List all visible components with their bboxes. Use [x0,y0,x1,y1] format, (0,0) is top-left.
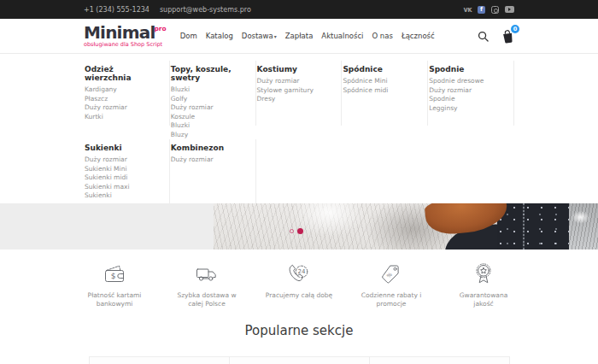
menu-column-spodnice: Spódnice Spódnice Mini Spódnice midi [342,61,428,126]
wallet-icon: $ [102,261,127,287]
carousel-dot-active[interactable] [297,228,303,234]
carousel-dot-inactive[interactable] [290,229,294,233]
menu-column-title[interactable]: Odzież wierzchnia [85,65,162,82]
svg-text:%: % [385,271,393,279]
menu-item[interactable]: Spódnice midi [343,86,420,96]
youtube-icon[interactable] [505,6,514,13]
menu-item[interactable]: Kardigany [85,85,162,95]
menu-item[interactable]: Duży rozmiar [257,77,335,86]
menu-item[interactable]: Duży rozmiar [85,156,162,165]
feature-delivery: Szybka dostawa w całej Polsce [161,261,253,308]
menu-item[interactable]: Dresy [257,95,335,104]
menu-column-title[interactable]: Kostiumy [257,65,335,73]
topbar-email[interactable]: support@web-systems.pro [160,6,251,14]
menu-column-empty [256,139,343,204]
banner-snow-edge [569,203,598,250]
cart-count-badge: 0 [511,25,519,33]
popular-sections-grid [89,356,509,364]
menu-item[interactable]: Legginsy [429,104,507,114]
feature-discounts: % Codzienne rabaty i promocje [345,261,437,308]
popular-section-card[interactable] [89,356,230,364]
nav-item-dostawa[interactable]: Dostawa▾ [242,32,277,40]
menu-item[interactable]: Duży rozmiar [171,156,249,165]
menu-item[interactable]: Duży rozmiar [171,103,249,113]
menu-item[interactable]: Płaszcz [85,95,162,104]
feature-payment: $ Płatność kartami bankowymi [68,261,161,308]
vk-icon[interactable] [463,6,472,14]
nav-item-aktualnosci[interactable]: Aktualności [321,32,363,40]
menu-column-spodnie: Spodnie Spodnie dresowe Duży rozmiar Spo… [428,61,514,126]
main-nav: Dom Katalog Dostawa▾ Zapłata Aktualności… [180,32,435,40]
chevron-down-icon: ▾ [274,33,277,39]
menu-column-empty [428,139,514,204]
menu-item[interactable]: Golfy [171,95,249,104]
social-links [463,6,514,14]
nav-item-zaplata[interactable]: Zapłata [285,32,314,40]
menu-column-topy-koszule-swetry: Topy, koszule, swetry Bluzki Golfy Duży … [170,61,256,126]
menu-item[interactable]: Sukienki Mini [85,165,162,174]
menu-item[interactable]: Duży rozmiar [85,103,162,113]
feature-label: Codzienne rabaty i promocje [357,291,425,308]
facebook-icon[interactable] [478,6,485,14]
menu-column-empty [342,139,428,204]
medal-icon [471,261,496,287]
popular-section-card[interactable] [229,356,370,364]
menu-item[interactable]: Spodnie dresowe [429,77,507,86]
svg-text:$: $ [111,272,116,280]
feature-24h: 24 Pracujemy całą dobę [253,261,345,308]
nav-item-dom[interactable]: Dom [180,32,197,40]
nav-item-o-nas[interactable]: O nas [372,32,392,40]
topbar: +1 (234) 555-1234 support@web-systems.pr… [0,0,598,19]
feature-label: Szybka dostawa w całej Polsce [173,291,241,308]
megamenu-panel: Odzież wierzchnia Kardigany Płaszcz Duży… [0,53,598,203]
menu-item[interactable]: Bluzki [171,85,249,95]
menu-column-title[interactable]: Spodnie [429,65,507,73]
banner-model-coat [497,203,571,250]
feature-label: Gwarantowana jakość [449,291,518,308]
popular-section-card[interactable] [369,356,510,364]
menu-column-kostiumy: Kostiumy Duży rozmiar Stylowe garnitury … [256,61,343,126]
menu-item[interactable]: Sukienki maxi [85,183,162,192]
menu-item[interactable]: Spódnice Mini [343,77,420,86]
logo-tagline: obsługiwane dla Shop Script [84,42,167,48]
feature-quality: Gwarantowana jakość [437,261,530,308]
menu-item[interactable]: Stylowe garnitury [257,86,335,96]
feature-label: Pracujemy całą dobę [265,291,333,300]
menu-column-odziez-wierzchnia: Odzież wierzchnia Kardigany Płaszcz Duży… [84,61,170,126]
search-icon[interactable] [478,31,489,42]
logo-name: Minimal [84,22,155,43]
topbar-phone: +1 (234) 555-1234 [84,6,150,14]
menu-item[interactable]: Bluzki [171,121,249,131]
cart-button[interactable]: 0 [501,29,514,44]
menu-column-sukienki: Sukienki Duży rozmiar Sukienki Mini Suki… [84,139,170,204]
banner-coat-zipper [523,203,525,250]
menu-column-title[interactable]: Topy, koszule, swetry [171,65,249,82]
nav-item-katalog[interactable]: Katalog [206,32,233,40]
menu-item[interactable]: Duży rozmiar [429,86,507,96]
nav-item-lacznosc[interactable]: Łączność [402,32,435,40]
menu-item[interactable]: Kurtki [85,113,162,122]
truck-icon [194,261,220,287]
feature-label: Płatność kartami bankowymi [80,291,149,308]
menu-item[interactable]: Sukienki [85,191,162,201]
menu-item[interactable]: Bluzy [171,131,249,140]
menu-item[interactable]: Sukienki midi [85,173,162,183]
menu-column-title[interactable]: Kombinezon [171,144,249,152]
menu-column-title[interactable]: Sukienki [85,144,162,152]
header: Minimalpro obsługiwane dla Shop Script D… [0,19,598,53]
menu-column-kombinezon: Kombinezon Duży rozmiar [170,139,256,204]
phone-24-icon: 24 [286,261,312,287]
logo-pro-badge: pro [154,25,166,32]
logo[interactable]: Minimalpro obsługiwane dla Shop Script [84,24,167,48]
hero-banner[interactable] [0,203,598,250]
features-row: $ Płatność kartami bankowymi Szybka dost… [68,261,530,308]
menu-item[interactable]: Spodnie [429,95,507,104]
menu-item[interactable]: Koszule [171,113,249,122]
menu-column-title[interactable]: Spódnice [343,65,420,73]
tag-icon: % [378,261,404,287]
instagram-icon[interactable] [491,6,499,14]
popular-sections-title: Popularne sekcje [0,323,598,338]
